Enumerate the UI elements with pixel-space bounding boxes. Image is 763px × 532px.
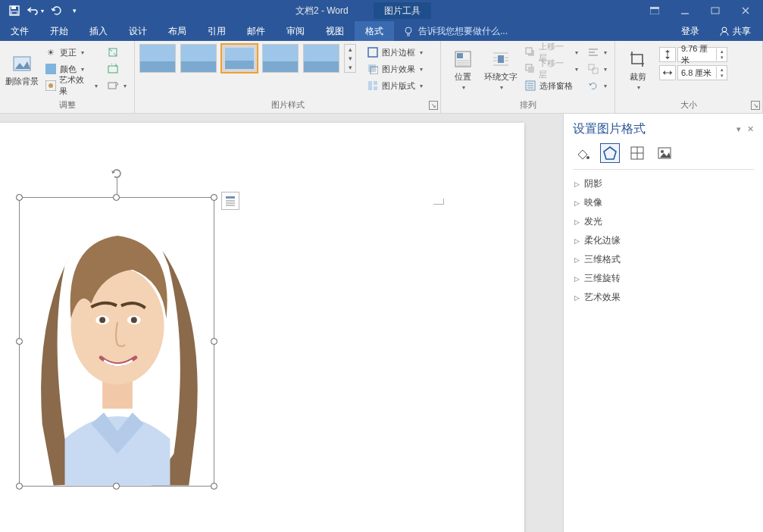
height-value[interactable]: 9.76 厘米 [678, 43, 716, 66]
undo-button[interactable]: ▾ [26, 2, 45, 20]
close-button[interactable] [733, 2, 758, 20]
tab-mailings[interactable]: 邮件 [236, 21, 276, 41]
pane-item-glow[interactable]: ▷发光 [564, 212, 763, 231]
compress-icon [107, 46, 119, 58]
resize-handle-bl[interactable] [16, 483, 23, 490]
pane-item-artistic-effects[interactable]: ▷艺术效果 [564, 288, 763, 307]
tab-references[interactable]: 引用 [197, 21, 236, 41]
align-icon [587, 46, 599, 58]
resize-handle-l[interactable] [16, 338, 23, 345]
crop-button[interactable]: 裁剪▾ [620, 44, 656, 95]
pane-icon-fill[interactable] [573, 143, 593, 163]
tab-file[interactable]: 文件 [0, 21, 39, 41]
layout-options-button[interactable] [221, 192, 239, 210]
style-thumb-5[interactable] [303, 44, 339, 73]
svg-rect-22 [368, 81, 372, 90]
style-thumb-1[interactable] [139, 44, 176, 73]
resize-handle-tr[interactable] [211, 194, 217, 201]
pane-options-button[interactable]: ▾ [736, 124, 741, 134]
ribbon-display-options[interactable] [642, 2, 668, 20]
tab-insert[interactable]: 插入 [79, 21, 118, 41]
resize-handle-b[interactable] [113, 483, 120, 490]
remove-bg-icon [11, 53, 33, 74]
paint-bucket-icon [575, 146, 590, 161]
minimize-button[interactable] [672, 2, 698, 20]
pane-title: 设置图片格式 [573, 121, 646, 137]
pane-item-3d-rotation[interactable]: ▷三维旋转 [564, 269, 763, 288]
pane-icon-effects[interactable] [600, 143, 620, 163]
pane-icon-layout[interactable] [627, 143, 647, 163]
resize-handle-r[interactable] [211, 338, 217, 345]
pane-icon-picture[interactable] [655, 143, 674, 163]
svg-rect-26 [457, 53, 463, 58]
remove-background-button[interactable]: 删除背景 [5, 44, 39, 95]
width-value[interactable]: 6.8 厘米 [678, 67, 716, 79]
picture-border-button[interactable]: 图片边框▾ [364, 44, 426, 61]
tab-layout[interactable]: 布局 [158, 21, 197, 41]
pane-item-soft-edges[interactable]: ▷柔化边缘 [564, 231, 763, 250]
selection-pane-button[interactable]: 选择窗格 [521, 77, 581, 94]
style-thumb-3-selected[interactable] [221, 44, 258, 73]
send-backward-button[interactable]: 下移一层▾ [521, 61, 581, 77]
margin-indicator [433, 199, 444, 205]
resize-handle-br[interactable] [211, 483, 217, 490]
artistic-icon [45, 80, 56, 92]
style-thumb-2[interactable] [180, 44, 217, 73]
pane-item-reflection[interactable]: ▷映像 [564, 193, 763, 212]
change-picture-button[interactable] [104, 61, 130, 77]
sign-in-button[interactable]: 登录 [674, 21, 707, 41]
artistic-effects-button[interactable]: 艺术效果▾ [42, 77, 101, 94]
reset-picture-button[interactable]: ▾ [104, 77, 130, 94]
pane-category-icons [564, 142, 763, 169]
align-button[interactable]: ▾ [584, 44, 610, 61]
svg-rect-38 [526, 48, 532, 54]
save-button[interactable] [5, 2, 24, 20]
pane-close-button[interactable]: ✕ [747, 124, 754, 134]
resize-handle-t[interactable] [113, 194, 120, 201]
redo-button[interactable] [47, 2, 67, 20]
svg-rect-20 [368, 64, 376, 72]
compress-pictures-button[interactable] [104, 44, 130, 61]
wrap-text-button[interactable]: 环绕文字▾ [483, 44, 518, 95]
title-bar: ▾ ▾ 文档2 - Word 图片工具 [0, 0, 763, 21]
resize-handle-tl[interactable] [16, 194, 23, 201]
height-input[interactable]: 9.76 厘米▴▾ [659, 47, 727, 62]
tab-view[interactable]: 视图 [315, 21, 355, 41]
width-up[interactable]: ▴ [717, 67, 727, 73]
tab-review[interactable]: 审阅 [276, 21, 315, 41]
group-label-adjust: 调整 [0, 99, 134, 113]
gallery-expand[interactable]: ▾ [345, 63, 355, 72]
position-button[interactable]: 位置▾ [446, 44, 480, 95]
svg-rect-30 [498, 55, 504, 63]
pane-item-shadow[interactable]: ▷阴影 [564, 174, 763, 193]
gallery-scroll-down[interactable]: ▾ [345, 54, 355, 63]
gallery-scroll-up[interactable]: ▴ [345, 45, 355, 54]
picture-layout-button[interactable]: 图片版式▾ [364, 77, 426, 94]
maximize-button[interactable] [702, 2, 728, 20]
chevron-right-icon: ▷ [574, 180, 580, 188]
svg-marker-56 [670, 70, 672, 75]
document-canvas[interactable] [0, 114, 563, 532]
selection-pane-icon [524, 80, 536, 92]
tell-me-search[interactable]: 告诉我您想要做什么... [394, 21, 674, 41]
width-down[interactable]: ▾ [717, 73, 727, 79]
styles-dialog-launcher[interactable]: ↘ [429, 101, 438, 110]
height-down[interactable]: ▾ [717, 55, 727, 61]
corrections-button[interactable]: ☀更正▾ [42, 44, 101, 61]
tab-design[interactable]: 设计 [118, 21, 158, 41]
selected-image[interactable] [19, 197, 214, 487]
picture-effects-button[interactable]: 图片效果▾ [364, 61, 426, 77]
tab-home[interactable]: 开始 [39, 21, 79, 41]
style-thumb-4[interactable] [262, 44, 299, 73]
group-button[interactable]: ▾ [584, 61, 610, 77]
pane-item-3d-format[interactable]: ▷三维格式 [564, 250, 763, 269]
rotation-handle[interactable] [109, 166, 124, 181]
rotate-button[interactable]: ▾ [584, 77, 610, 94]
height-up[interactable]: ▴ [717, 49, 727, 55]
tab-format[interactable]: 格式 [355, 21, 394, 41]
qat-customize-button[interactable]: ▾ [68, 2, 80, 20]
width-input[interactable]: 6.8 厘米▴▾ [659, 65, 727, 80]
svg-rect-13 [45, 64, 56, 74]
size-dialog-launcher[interactable]: ↘ [751, 101, 760, 110]
share-button[interactable]: 共享 [711, 21, 758, 41]
